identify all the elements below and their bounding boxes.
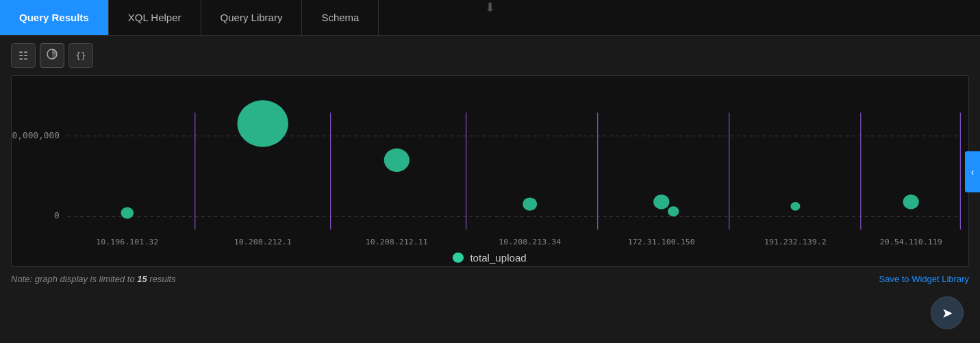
chevron-left-icon: ‹ [971,166,975,177]
navigate-button[interactable]: ➤ [931,296,964,329]
chart-container: 50,000,000 0 10.196.101.32 10.208.212.1 … [11,75,969,267]
arrow-icon: ➤ [942,305,953,321]
bubble-chart: 50,000,000 0 10.196.101.32 10.208.212.1 … [12,76,968,266]
svg-point-27 [903,194,919,209]
chart-note: Note: graph display is limited to 15 res… [11,274,176,284]
svg-text:0: 0 [54,212,60,220]
svg-text:191.232.139.2: 191.232.139.2 [764,238,827,246]
svg-point-26 [790,202,800,211]
svg-text:20.54.110.119: 20.54.110.119 [880,238,942,246]
toolbar: ☷ {} [0,36,980,75]
code-view-button[interactable]: {} [68,43,93,68]
svg-text:10.208.212.1: 10.208.212.1 [234,238,292,246]
table-view-button[interactable]: ☷ [11,43,36,68]
svg-text:50,000,000: 50,000,000 [12,131,60,140]
svg-point-22 [384,149,410,172]
result-count: 15 [137,274,147,284]
chart-icon [46,48,58,63]
svg-text:10.208.212.11: 10.208.212.11 [366,238,428,246]
svg-point-23 [523,197,537,210]
side-panel-toggle[interactable]: ‹ [965,151,980,192]
chart-view-button[interactable] [40,43,64,68]
table-icon: ☷ [18,49,28,62]
tab-query-results[interactable]: Query Results [0,0,109,35]
svg-point-20 [121,207,134,218]
resize-hint: ⬇ [485,0,495,15]
chart-inner: 50,000,000 0 10.196.101.32 10.208.212.1 … [12,76,968,266]
svg-point-21 [237,100,288,147]
tab-schema[interactable]: Schema [302,0,379,35]
tab-query-library[interactable]: Query Library [201,0,303,35]
chart-footer: Note: graph display is limited to 15 res… [0,267,980,291]
svg-text:10.208.213.34: 10.208.213.34 [499,238,561,246]
svg-text:10.196.101.32: 10.196.101.32 [96,238,158,246]
tab-xql-helper[interactable]: XQL Helper [109,0,201,35]
svg-text:total_upload: total_upload [470,253,526,263]
save-to-widget-library-link[interactable]: Save to Widget Library [879,274,969,284]
svg-point-25 [668,206,679,216]
svg-point-28 [453,253,464,263]
svg-point-24 [653,194,669,209]
code-icon: {} [75,51,86,61]
svg-text:172.31.100.150: 172.31.100.150 [628,238,695,246]
